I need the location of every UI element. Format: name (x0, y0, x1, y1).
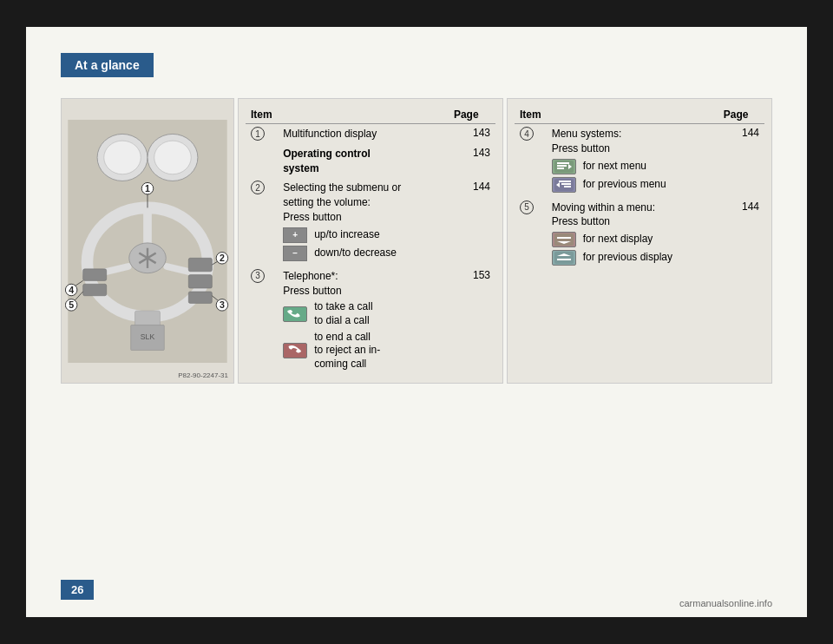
circle-3: 3 (251, 269, 265, 283)
next-display-icon (552, 232, 576, 247)
table-row: Operating controlsystem 143 (246, 144, 495, 179)
table-row: 1 Multifunction display 143 (246, 124, 495, 144)
prev-display-icon (552, 250, 576, 266)
svg-rect-25 (188, 274, 212, 287)
item-page-2: 144 (449, 178, 495, 266)
circle-4: 4 (520, 127, 534, 141)
table1-page-header: Page (449, 106, 495, 124)
table-1: Item Page 1 Multifunction display 143 (246, 106, 495, 376)
svg-point-2 (104, 141, 141, 174)
sub-item-up: + up/to increase (283, 227, 443, 243)
table2-item-header: Item (515, 106, 718, 124)
sub-desc-next-display: for next display (583, 233, 653, 246)
circle-1: 1 (251, 127, 265, 141)
item-page-4: 144 (718, 124, 764, 198)
item-num-3: 3 (246, 266, 278, 377)
sub-item-next-menu: for next menu (552, 159, 713, 174)
minus-icon: − (283, 246, 307, 261)
item-page-3: 153 (449, 266, 495, 377)
svg-rect-42 (559, 181, 571, 182)
sub-desc-up: up/to increase (314, 228, 379, 242)
svg-text:3: 3 (220, 299, 225, 310)
svg-rect-17 (83, 284, 107, 296)
ocs-label: Operating controlsystem (283, 148, 371, 174)
svg-rect-16 (83, 269, 107, 281)
table2-page-header: Page (718, 106, 764, 124)
sub-item-prev-menu: for previous menu (552, 177, 713, 193)
sub-item-prev-display: for previous display (552, 250, 713, 266)
sub-item-next-display: for next display (552, 232, 713, 247)
svg-rect-51 (557, 259, 571, 260)
sub-desc-down: down/to decrease (314, 246, 397, 260)
sub-desc-call-red: to end a callto reject an in-coming call (314, 331, 380, 371)
steering-wheel-panel: 1 4 5 2 (61, 98, 234, 384)
svg-rect-43 (561, 183, 571, 185)
svg-rect-37 (557, 162, 569, 164)
svg-rect-24 (188, 258, 212, 271)
watermark: carmanualsonline.info (679, 598, 772, 608)
sub-item-call-red: to end a callto reject an in-coming call (283, 331, 443, 371)
circle-5: 5 (520, 200, 534, 214)
svg-text:4: 4 (69, 285, 74, 295)
svg-rect-26 (188, 292, 212, 304)
sub-desc-prev-menu: for previous menu (583, 178, 666, 192)
item-num-empty (246, 144, 278, 179)
sub-item-call-green: to take a callto dial a call (283, 300, 443, 327)
item-desc-4: Menu systems:Press button (547, 124, 718, 198)
item-num-4: 4 (515, 124, 547, 198)
table-2: Item Page 4 Menu systems:Press button (515, 106, 764, 271)
info-panel-2: Item Page 4 Menu systems:Press button (507, 98, 772, 384)
circle-2: 2 (251, 181, 265, 194)
svg-text:1: 1 (145, 183, 150, 194)
table-row: 4 Menu systems:Press button (515, 124, 764, 198)
sub-desc-next-menu: for next menu (583, 160, 646, 174)
plus-icon: + (283, 227, 307, 243)
svg-text:SLK: SLK (141, 332, 155, 341)
content-area: 1 4 5 2 (61, 98, 772, 384)
item-desc-ocs: Operating controlsystem (278, 144, 449, 179)
section-header: At a glance (61, 53, 154, 77)
item-num-1: 1 (246, 124, 278, 144)
steering-wheel-image: 1 4 5 2 (65, 120, 230, 363)
phone-answer-icon (283, 306, 307, 322)
svg-rect-47 (557, 237, 571, 239)
svg-rect-39 (557, 168, 564, 169)
svg-rect-38 (557, 165, 567, 167)
item-desc-2: Selecting the submenu orsetting the volu… (278, 178, 449, 266)
prev-menu-icon (552, 177, 576, 193)
sub-item-down: − down/to decrease (283, 246, 443, 261)
item-page-5: 144 (718, 198, 764, 272)
sub-desc-prev-display: for previous display (583, 251, 672, 265)
item-page-1: 143 (449, 124, 495, 144)
table1-item-header: Item (246, 106, 449, 124)
svg-point-4 (154, 141, 191, 174)
next-menu-icon (552, 159, 576, 174)
item-desc-3: Telephone*:Press button to take a callto… (278, 266, 449, 377)
sub-desc-call-green: to take a callto dial a call (314, 300, 372, 327)
image-caption: P82-90-2247-31 (178, 371, 228, 379)
item-desc-5: Moving within a menu:Press button (547, 198, 718, 272)
svg-text:2: 2 (220, 253, 225, 263)
page-number: 26 (61, 580, 94, 600)
item-num-2: 2 (246, 178, 278, 266)
item-page-ocs: 143 (449, 144, 495, 179)
svg-text:5: 5 (69, 299, 74, 310)
svg-rect-44 (564, 186, 571, 187)
item-desc-1: Multifunction display (278, 124, 449, 144)
table-row: 3 Telephone*:Press button to take a call… (246, 266, 495, 377)
item-num-5: 5 (515, 198, 547, 272)
phone-end-icon (283, 343, 307, 358)
table-row: 5 Moving within a menu:Press button (515, 198, 764, 272)
page: At a glance (26, 27, 807, 617)
table-row: 2 Selecting the submenu orsetting the vo… (246, 178, 495, 266)
info-panel-1: Item Page 1 Multifunction display 143 (238, 98, 503, 384)
